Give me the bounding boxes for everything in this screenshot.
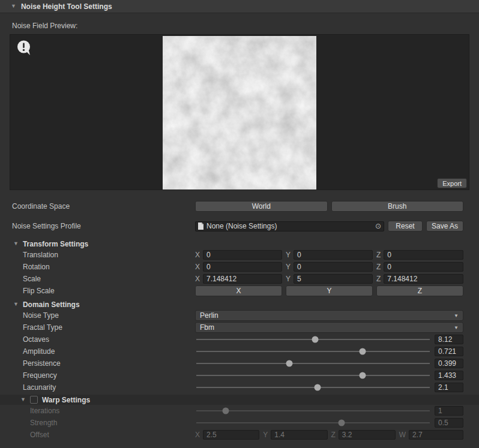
noise-type-value: Perlin: [200, 311, 218, 320]
slider-thumb[interactable]: [360, 372, 366, 379]
rotation-x-field[interactable]: 0: [203, 262, 282, 272]
profile-label: Noise Settings Profile: [0, 222, 195, 230]
foldout-triangle-icon[interactable]: ▼: [11, 4, 16, 9]
offset-label: Offset: [0, 431, 195, 439]
object-picker-icon[interactable]: ⊙: [373, 223, 381, 230]
slider-thumb[interactable]: [315, 384, 321, 391]
scale-row: Scale X7.148412 Y5 Z7.148412: [0, 273, 479, 285]
slider-thumb: [338, 420, 345, 426]
frequency-slider[interactable]: [195, 370, 431, 381]
scale-y-field[interactable]: 5: [294, 274, 373, 284]
warning-bubble-icon: [16, 40, 32, 56]
coordinate-space-label: Coordinate Space: [0, 202, 195, 211]
y-axis-label: Y: [286, 275, 291, 283]
scale-z-field[interactable]: 7.148412: [384, 274, 463, 284]
x-axis-label: X: [195, 251, 200, 259]
rotation-z-field[interactable]: 0: [384, 262, 463, 272]
chevron-down-icon: ▼: [454, 313, 459, 318]
rotation-label: Rotation: [0, 263, 195, 271]
flip-scale-label: Flip Scale: [0, 287, 195, 295]
lacunarity-row: Lacunarity 2.1: [0, 381, 479, 393]
fractal-type-label: Fractal Type: [0, 323, 195, 332]
rotation-y-field[interactable]: 0: [294, 262, 373, 272]
rotation-row: Rotation X0 Y0 Z0: [0, 261, 479, 273]
fractal-type-row: Fractal Type Fbm ▼: [0, 321, 479, 333]
octaves-value-field[interactable]: 8.12: [435, 335, 463, 344]
iterations-slider: [195, 405, 431, 416]
flip-scale-z-button[interactable]: Z: [376, 285, 463, 296]
panel-header[interactable]: ▼ Noise Height Tool Settings: [0, 0, 479, 13]
translation-x-field[interactable]: 0: [203, 250, 282, 260]
octaves-slider[interactable]: [195, 334, 431, 345]
lacunarity-label: Lacunarity: [0, 383, 195, 392]
y-axis-label: Y: [286, 251, 291, 259]
x-axis-label: X: [195, 431, 200, 439]
flip-scale-y-button[interactable]: Y: [286, 285, 373, 296]
warp-settings-title: Warp Settings: [42, 396, 90, 404]
amplitude-row: Amplitude 0.721: [0, 345, 479, 357]
save-as-button[interactable]: Save As: [426, 221, 463, 231]
z-axis-label: Z: [376, 263, 381, 271]
preview-label: Noise Field Preview:: [12, 22, 479, 31]
lacunarity-value-field[interactable]: 2.1: [435, 383, 463, 392]
scale-x-field[interactable]: 7.148412: [203, 274, 282, 284]
lacunarity-slider[interactable]: [195, 382, 431, 393]
w-axis-label: W: [399, 431, 406, 439]
foldout-triangle-icon[interactable]: ▼: [13, 302, 19, 307]
domain-settings-title: Domain Settings: [23, 300, 80, 309]
export-button[interactable]: Export: [437, 178, 467, 188]
strength-label: Strength: [0, 419, 195, 427]
transform-settings-title: Transform Settings: [23, 240, 88, 248]
offset-row: Offset X2.5 Y1.4 Z3.2 W2.7: [0, 429, 479, 441]
noise-type-dropdown[interactable]: Perlin ▼: [195, 310, 463, 321]
foldout-triangle-icon[interactable]: ▼: [13, 241, 19, 246]
amplitude-label: Amplitude: [0, 347, 195, 356]
panel-title: Noise Height Tool Settings: [21, 2, 112, 11]
slider-thumb[interactable]: [286, 360, 293, 367]
warp-settings-header[interactable]: ▼ Warp Settings: [0, 395, 479, 405]
scale-label: Scale: [0, 275, 195, 283]
brush-button[interactable]: Brush: [331, 201, 464, 212]
flip-scale-row: Flip Scale X Y Z: [0, 285, 479, 297]
slider-track: [196, 375, 430, 376]
iterations-label: Iterations: [0, 407, 195, 415]
fractal-type-dropdown[interactable]: Fbm ▼: [195, 322, 463, 333]
translation-y-field[interactable]: 0: [294, 250, 373, 260]
strength-row: Strength 0.5: [0, 417, 479, 429]
offset-w-field: 2.7: [409, 430, 463, 440]
noise-settings-profile-row: Noise Settings Profile None (Noise Setti…: [0, 220, 479, 232]
warp-settings-checkbox[interactable]: [30, 396, 38, 404]
world-button[interactable]: World: [195, 201, 328, 212]
chevron-down-icon: ▼: [454, 325, 459, 330]
slider-track: [196, 387, 430, 388]
noise-settings-object-field[interactable]: None (Noise Settings) ⊙: [195, 221, 384, 231]
offset-y-field: 1.4: [271, 430, 327, 440]
slider-track: [196, 351, 430, 352]
amplitude-value-field[interactable]: 0.721: [435, 347, 463, 356]
noise-preview-panel: Export: [10, 34, 469, 190]
amplitude-slider[interactable]: [195, 346, 431, 357]
slider-track: [196, 410, 430, 411]
domain-settings-header[interactable]: ▼ Domain Settings: [0, 299, 479, 309]
persistence-value-field[interactable]: 0.399: [435, 359, 463, 368]
z-axis-label: Z: [376, 275, 381, 283]
persistence-slider[interactable]: [195, 358, 431, 369]
iterations-row: Iterations 1: [0, 405, 479, 417]
offset-z-field: 3.2: [339, 430, 396, 440]
foldout-triangle-icon[interactable]: ▼: [20, 397, 26, 402]
flip-scale-x-button[interactable]: X: [195, 285, 282, 296]
noise-type-row: Noise Type Perlin ▼: [0, 309, 479, 321]
octaves-row: Octaves 8.12: [0, 333, 479, 345]
slider-thumb[interactable]: [312, 336, 319, 343]
octaves-label: Octaves: [0, 335, 195, 344]
offset-x-field: 2.5: [203, 430, 259, 440]
translation-z-field[interactable]: 0: [384, 250, 463, 260]
slider-track: [196, 422, 430, 423]
frequency-value-field[interactable]: 1.433: [435, 371, 463, 380]
noise-preview-image: [163, 36, 316, 190]
reset-button[interactable]: Reset: [388, 221, 423, 231]
fractal-type-value: Fbm: [200, 323, 214, 332]
persistence-label: Persistence: [0, 359, 195, 368]
slider-thumb[interactable]: [360, 348, 366, 355]
transform-settings-header[interactable]: ▼ Transform Settings: [0, 239, 479, 249]
